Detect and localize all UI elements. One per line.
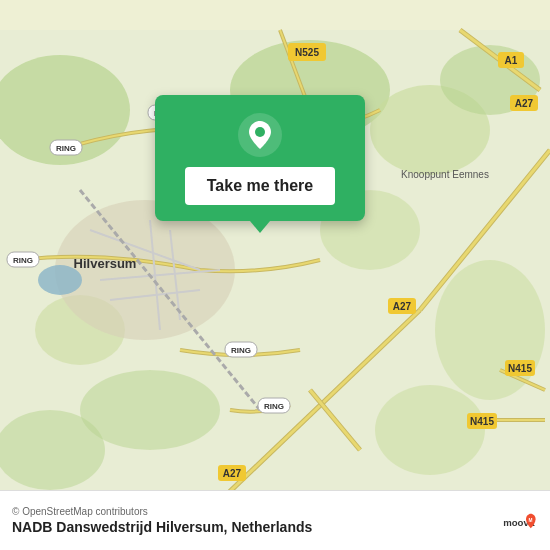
location-info: © OpenStreetMap contributors NADB Danswe…: [12, 506, 312, 535]
svg-text:A27: A27: [223, 468, 242, 479]
svg-text:N415: N415: [508, 363, 532, 374]
location-popup: Take me there: [155, 95, 365, 221]
map-svg: N525 A1 A27 A27 A27 N415 N415 RING RING …: [0, 0, 550, 550]
moovit-icon: moovit M: [502, 503, 538, 539]
svg-text:RING: RING: [231, 346, 251, 355]
svg-text:A27: A27: [515, 98, 534, 109]
svg-text:Knooppunt Eemnes: Knooppunt Eemnes: [401, 169, 489, 180]
svg-text:N525: N525: [295, 47, 319, 58]
svg-text:N415: N415: [470, 416, 494, 427]
svg-point-9: [0, 410, 105, 490]
svg-text:Hilversum: Hilversum: [74, 256, 137, 271]
svg-text:A27: A27: [393, 301, 412, 312]
moovit-logo: moovit M: [502, 503, 538, 539]
svg-text:RING: RING: [13, 256, 33, 265]
svg-point-60: [255, 127, 265, 137]
bottom-info-bar: © OpenStreetMap contributors NADB Danswe…: [0, 490, 550, 550]
location-pin-icon: [238, 113, 282, 157]
svg-text:A1: A1: [505, 55, 518, 66]
location-title: NADB Danswedstrijd Hilversum, Netherland…: [12, 519, 312, 535]
map-container: N525 A1 A27 A27 A27 N415 N415 RING RING …: [0, 0, 550, 550]
copyright-text: © OpenStreetMap contributors: [12, 506, 312, 517]
svg-point-10: [375, 385, 485, 475]
svg-text:RING: RING: [56, 144, 76, 153]
take-me-there-button[interactable]: Take me there: [185, 167, 335, 205]
svg-point-6: [435, 260, 545, 400]
svg-text:M: M: [528, 517, 532, 522]
svg-text:RING: RING: [264, 402, 284, 411]
